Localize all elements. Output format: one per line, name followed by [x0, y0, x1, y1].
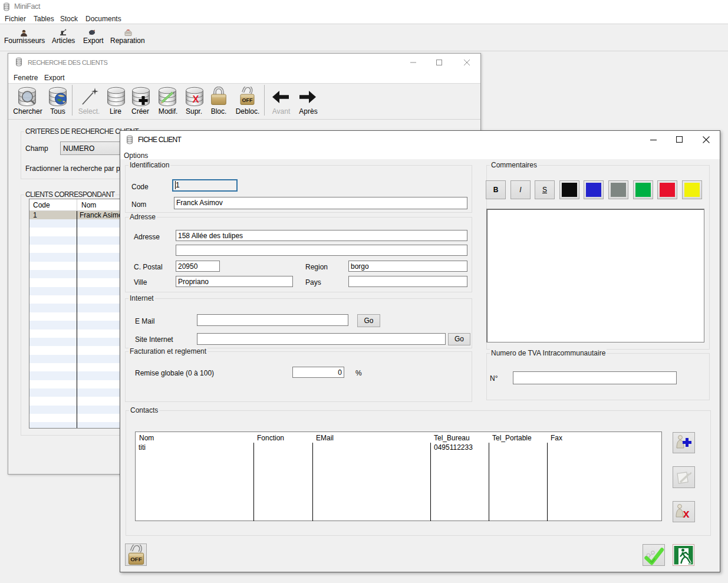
svg-text:X: X — [192, 94, 199, 104]
svg-text:x: x — [683, 507, 689, 520]
